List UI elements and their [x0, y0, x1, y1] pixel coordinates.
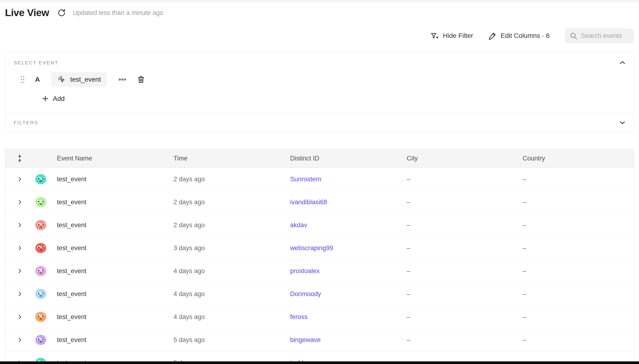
- user-avatar: [35, 197, 47, 208]
- click-event-icon: [57, 75, 66, 84]
- delete-event-button[interactable]: [137, 75, 145, 84]
- country-cell: –: [523, 313, 634, 321]
- chevron-right-icon: [16, 199, 23, 206]
- collapse-all-button[interactable]: [16, 154, 23, 162]
- country-cell: –: [523, 336, 634, 344]
- search-icon: [570, 32, 577, 40]
- bottom-edge-bar: [0, 362, 639, 364]
- country-cell: –: [523, 290, 634, 298]
- table-row[interactable]: test_event4 days agoDorimoody––: [5, 282, 634, 306]
- row-expand-button[interactable]: [16, 176, 23, 182]
- collapse-section-button[interactable]: [619, 59, 626, 66]
- chevron-right-icon: [16, 336, 23, 343]
- table-row[interactable]: test_event2 days agoivandiblasi68––: [5, 191, 634, 214]
- drag-handle[interactable]: [20, 76, 25, 84]
- column-header-distinct-id: Distinct ID: [290, 155, 407, 162]
- city-cell: –: [407, 313, 523, 321]
- distinct-id-link[interactable]: prostoalex: [290, 268, 320, 274]
- table-row[interactable]: test_event4 days agofeross––: [5, 306, 634, 328]
- row-expand-button[interactable]: [16, 222, 23, 228]
- event-name-cell: test_event: [57, 268, 173, 275]
- user-avatar: [35, 174, 47, 184]
- distinct-id-link[interactable]: Sunrostern: [290, 176, 321, 183]
- row-expand-button[interactable]: [16, 291, 23, 297]
- time-cell: 5 days ago: [173, 336, 290, 344]
- hide-filter-label: Hide Filter: [443, 32, 473, 40]
- column-header-city: City: [407, 155, 523, 162]
- country-cell: –: [523, 268, 634, 275]
- distinct-id-link[interactable]: bingewave: [290, 336, 321, 344]
- edit-columns-button[interactable]: Edit Columns · 6: [488, 32, 550, 40]
- event-name-cell: test_event: [57, 336, 173, 344]
- chevron-up-icon: [619, 59, 626, 66]
- column-header-country: Country: [523, 155, 634, 162]
- distinct-id-link[interactable]: akdav: [290, 222, 307, 228]
- select-event-label: SELECT EVENT: [14, 60, 58, 65]
- page-title: Live View: [5, 7, 49, 18]
- event-row: A test_event: [14, 72, 625, 87]
- distinct-id-link[interactable]: feross: [290, 313, 308, 320]
- six-dots-icon: [20, 76, 25, 84]
- user-avatar: [35, 266, 47, 276]
- distinct-id-link[interactable]: Dorimoody: [290, 290, 321, 298]
- search-input[interactable]: [581, 32, 629, 40]
- event-letter: A: [35, 76, 40, 83]
- search-box[interactable]: [565, 28, 634, 43]
- row-expand-button[interactable]: [16, 199, 23, 206]
- plus-icon: [42, 95, 49, 102]
- chevron-right-icon: [16, 291, 23, 297]
- hide-filter-button[interactable]: Hide Filter: [431, 32, 473, 40]
- time-cell: 4 days ago: [173, 268, 290, 275]
- table-row[interactable]: test_event4 days agoprostoalex––: [5, 260, 634, 282]
- query-builder-panel: SELECT EVENT: [5, 52, 634, 132]
- table-row[interactable]: test_event2 days agoSunrostern––: [5, 168, 634, 191]
- event-name-cell: test_event: [57, 290, 173, 298]
- chevron-right-icon: [16, 245, 23, 251]
- selected-event-name: test_event: [70, 76, 101, 83]
- refresh-icon: [57, 8, 66, 17]
- add-event-button[interactable]: Add: [42, 94, 65, 104]
- toolbar: Hide Filter Edit Columns · 6: [5, 28, 634, 43]
- table-header: Event Name Time Distinct ID City Country: [5, 149, 634, 168]
- row-expand-button[interactable]: [16, 336, 23, 343]
- event-name-cell: test_event: [57, 244, 173, 252]
- table-row[interactable]: test_event3 days agowebscraping99––: [5, 237, 634, 260]
- table-row[interactable]: test_event2 days agoakdav––: [5, 214, 634, 237]
- trash-icon: [137, 75, 145, 84]
- row-expand-button[interactable]: [16, 268, 23, 274]
- time-cell: 4 days ago: [173, 313, 290, 321]
- chevron-right-icon: [16, 176, 23, 182]
- city-cell: –: [407, 268, 523, 275]
- time-cell: 3 days ago: [173, 244, 290, 252]
- chevron-down-icon: [619, 119, 626, 126]
- row-expand-button[interactable]: [16, 314, 23, 320]
- filters-section: FILTERS: [5, 113, 634, 132]
- refresh-button[interactable]: [57, 8, 66, 17]
- user-avatar: [35, 312, 47, 322]
- expand-filters-button[interactable]: [619, 119, 626, 126]
- edit-columns-label: Edit Columns · 6: [501, 32, 550, 40]
- country-cell: –: [523, 222, 634, 229]
- updated-status: Updated less than a minute ago: [73, 9, 163, 16]
- distinct-id-link[interactable]: webscraping99: [290, 244, 333, 252]
- city-cell: –: [407, 244, 523, 252]
- time-cell: 2 days ago: [173, 198, 290, 206]
- event-select-button[interactable]: test_event: [51, 72, 107, 87]
- column-header-event-name: Event Name: [57, 155, 173, 162]
- city-cell: –: [407, 222, 523, 229]
- event-name-cell: test_event: [57, 222, 173, 229]
- event-name-cell: test_event: [57, 198, 173, 206]
- event-options-button[interactable]: [118, 78, 126, 81]
- live-view-screen: Live View Updated less than a minute ago…: [0, 0, 639, 364]
- table-row[interactable]: test_event5 days agobingewave––: [5, 328, 634, 352]
- add-label: Add: [53, 95, 65, 102]
- distinct-id-link[interactable]: ivandiblasi68: [290, 198, 327, 206]
- ellipsis-icon: [118, 78, 126, 81]
- chevron-right-icon: [16, 314, 23, 320]
- event-name-cell: test_event: [57, 313, 173, 321]
- time-cell: 4 days ago: [173, 290, 290, 298]
- table-body: test_event2 days agoSunrostern––test_eve…: [5, 168, 634, 364]
- user-avatar: [35, 242, 47, 254]
- pencil-icon: [488, 32, 497, 40]
- row-expand-button[interactable]: [16, 245, 23, 251]
